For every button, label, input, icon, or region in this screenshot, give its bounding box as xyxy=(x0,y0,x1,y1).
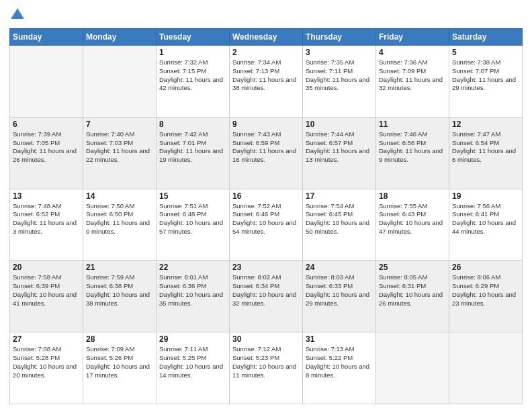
calendar-cell: 11Sunrise: 7:46 AM Sunset: 6:56 PM Dayli… xyxy=(376,117,449,189)
day-info: Sunrise: 8:02 AM Sunset: 6:34 PM Dayligh… xyxy=(232,273,300,308)
day-header-tuesday: Tuesday xyxy=(157,29,230,46)
calendar-cell: 27Sunrise: 7:08 AM Sunset: 5:28 PM Dayli… xyxy=(10,332,83,404)
calendar-cell: 17Sunrise: 7:54 AM Sunset: 6:45 PM Dayli… xyxy=(303,189,376,261)
day-info: Sunrise: 7:52 AM Sunset: 6:46 PM Dayligh… xyxy=(232,202,300,236)
day-header-friday: Friday xyxy=(376,29,449,46)
day-info: Sunrise: 7:34 AM Sunset: 7:13 PM Dayligh… xyxy=(232,58,300,93)
calendar-cell: 9Sunrise: 7:43 AM Sunset: 6:59 PM Daylig… xyxy=(230,117,303,189)
calendar-cell: 22Sunrise: 8:01 AM Sunset: 6:36 PM Dayli… xyxy=(157,261,230,332)
day-info: Sunrise: 7:54 AM Sunset: 6:45 PM Dayligh… xyxy=(306,202,373,236)
day-number: 17 xyxy=(306,191,373,201)
day-number: 18 xyxy=(379,191,446,201)
calendar-cell: 10Sunrise: 7:44 AM Sunset: 6:57 PM Dayli… xyxy=(303,117,376,189)
calendar-cell: 13Sunrise: 7:48 AM Sunset: 6:52 PM Dayli… xyxy=(10,189,83,261)
day-info: Sunrise: 7:51 AM Sunset: 6:48 PM Dayligh… xyxy=(159,202,226,236)
day-number: 23 xyxy=(232,263,300,272)
day-info: Sunrise: 8:01 AM Sunset: 6:36 PM Dayligh… xyxy=(159,273,226,308)
day-number: 12 xyxy=(452,120,519,129)
day-number: 31 xyxy=(306,334,373,344)
calendar-cell: 14Sunrise: 7:50 AM Sunset: 6:50 PM Dayli… xyxy=(83,189,157,261)
day-number: 27 xyxy=(13,334,80,344)
day-number: 9 xyxy=(232,120,300,129)
page: SundayMondayTuesdayWednesdayThursdayFrid… xyxy=(0,0,532,411)
day-header-sunday: Sunday xyxy=(10,29,83,46)
day-info: Sunrise: 7:36 AM Sunset: 7:09 PM Dayligh… xyxy=(379,58,446,93)
calendar-header-row: SundayMondayTuesdayWednesdayThursdayFrid… xyxy=(10,29,523,46)
day-number: 19 xyxy=(452,191,519,201)
day-info: Sunrise: 7:40 AM Sunset: 7:03 PM Dayligh… xyxy=(86,130,153,165)
day-number: 22 xyxy=(159,263,226,272)
calendar-cell: 20Sunrise: 7:58 AM Sunset: 6:39 PM Dayli… xyxy=(10,261,83,332)
calendar-cell xyxy=(376,332,449,404)
calendar-cell: 15Sunrise: 7:51 AM Sunset: 6:48 PM Dayli… xyxy=(157,189,230,261)
calendar-cell: 8Sunrise: 7:42 AM Sunset: 7:01 PM Daylig… xyxy=(157,117,230,189)
calendar-cell: 16Sunrise: 7:52 AM Sunset: 6:46 PM Dayli… xyxy=(230,189,303,261)
day-info: Sunrise: 8:06 AM Sunset: 6:29 PM Dayligh… xyxy=(452,273,519,308)
day-number: 20 xyxy=(13,263,80,272)
calendar-cell xyxy=(83,46,157,118)
calendar-cell: 29Sunrise: 7:11 AM Sunset: 5:25 PM Dayli… xyxy=(157,332,230,404)
calendar-week-2: 13Sunrise: 7:48 AM Sunset: 6:52 PM Dayli… xyxy=(10,189,523,261)
logo xyxy=(9,7,28,23)
calendar-cell: 21Sunrise: 7:59 AM Sunset: 6:38 PM Dayli… xyxy=(83,261,157,332)
day-number: 2 xyxy=(232,48,300,57)
day-number: 25 xyxy=(379,263,446,272)
calendar-cell: 28Sunrise: 7:09 AM Sunset: 5:26 PM Dayli… xyxy=(83,332,157,404)
day-number: 7 xyxy=(86,120,153,129)
calendar-cell: 26Sunrise: 8:06 AM Sunset: 6:29 PM Dayli… xyxy=(449,261,523,332)
day-info: Sunrise: 7:47 AM Sunset: 6:54 PM Dayligh… xyxy=(452,130,519,165)
day-header-wednesday: Wednesday xyxy=(230,29,303,46)
day-info: Sunrise: 7:09 AM Sunset: 5:26 PM Dayligh… xyxy=(86,345,153,379)
day-info: Sunrise: 7:42 AM Sunset: 7:01 PM Dayligh… xyxy=(159,130,226,165)
day-info: Sunrise: 7:38 AM Sunset: 7:07 PM Dayligh… xyxy=(452,58,519,93)
day-info: Sunrise: 8:05 AM Sunset: 6:31 PM Dayligh… xyxy=(379,273,446,308)
calendar-cell: 18Sunrise: 7:55 AM Sunset: 6:43 PM Dayli… xyxy=(376,189,449,261)
day-header-monday: Monday xyxy=(83,29,157,46)
day-number: 16 xyxy=(232,191,300,201)
day-info: Sunrise: 7:48 AM Sunset: 6:52 PM Dayligh… xyxy=(13,202,80,236)
day-info: Sunrise: 7:56 AM Sunset: 6:41 PM Dayligh… xyxy=(452,202,519,236)
calendar-week-4: 27Sunrise: 7:08 AM Sunset: 5:28 PM Dayli… xyxy=(10,332,523,404)
day-info: Sunrise: 7:13 AM Sunset: 5:22 PM Dayligh… xyxy=(306,345,373,379)
day-info: Sunrise: 7:46 AM Sunset: 6:56 PM Dayligh… xyxy=(379,130,446,165)
day-info: Sunrise: 7:39 AM Sunset: 7:05 PM Dayligh… xyxy=(13,130,80,165)
calendar-cell: 12Sunrise: 7:47 AM Sunset: 6:54 PM Dayli… xyxy=(449,117,523,189)
calendar-cell: 19Sunrise: 7:56 AM Sunset: 6:41 PM Dayli… xyxy=(449,189,523,261)
day-number: 10 xyxy=(306,120,373,129)
calendar-cell: 31Sunrise: 7:13 AM Sunset: 5:22 PM Dayli… xyxy=(303,332,376,404)
day-number: 1 xyxy=(159,48,226,57)
day-info: Sunrise: 7:50 AM Sunset: 6:50 PM Dayligh… xyxy=(86,202,153,236)
calendar-cell xyxy=(449,332,523,404)
day-header-thursday: Thursday xyxy=(303,29,376,46)
day-number: 13 xyxy=(13,191,80,201)
calendar-week-3: 20Sunrise: 7:58 AM Sunset: 6:39 PM Dayli… xyxy=(10,261,523,332)
day-info: Sunrise: 7:55 AM Sunset: 6:43 PM Dayligh… xyxy=(379,202,446,236)
day-number: 28 xyxy=(86,334,153,344)
day-number: 11 xyxy=(379,120,446,129)
day-info: Sunrise: 7:32 AM Sunset: 7:15 PM Dayligh… xyxy=(159,58,226,93)
day-info: Sunrise: 7:43 AM Sunset: 6:59 PM Dayligh… xyxy=(232,130,300,165)
logo-icon xyxy=(9,7,26,23)
day-number: 29 xyxy=(159,334,226,344)
day-number: 4 xyxy=(379,48,446,57)
calendar-cell: 7Sunrise: 7:40 AM Sunset: 7:03 PM Daylig… xyxy=(83,117,157,189)
calendar-cell xyxy=(10,46,83,118)
day-number: 30 xyxy=(232,334,300,344)
day-number: 5 xyxy=(452,48,519,57)
day-number: 8 xyxy=(159,120,226,129)
day-info: Sunrise: 7:58 AM Sunset: 6:39 PM Dayligh… xyxy=(13,273,80,308)
day-number: 21 xyxy=(86,263,153,272)
day-header-saturday: Saturday xyxy=(449,29,523,46)
day-info: Sunrise: 7:35 AM Sunset: 7:11 PM Dayligh… xyxy=(306,58,373,93)
day-number: 15 xyxy=(159,191,226,201)
day-number: 3 xyxy=(306,48,373,57)
calendar-cell: 5Sunrise: 7:38 AM Sunset: 7:07 PM Daylig… xyxy=(449,46,523,118)
day-number: 26 xyxy=(452,263,519,272)
calendar-cell: 30Sunrise: 7:12 AM Sunset: 5:23 PM Dayli… xyxy=(230,332,303,404)
calendar-cell: 4Sunrise: 7:36 AM Sunset: 7:09 PM Daylig… xyxy=(376,46,449,118)
calendar-cell: 2Sunrise: 7:34 AM Sunset: 7:13 PM Daylig… xyxy=(230,46,303,118)
day-number: 6 xyxy=(13,120,80,129)
calendar-cell: 23Sunrise: 8:02 AM Sunset: 6:34 PM Dayli… xyxy=(230,261,303,332)
day-info: Sunrise: 8:03 AM Sunset: 6:33 PM Dayligh… xyxy=(306,273,373,308)
header xyxy=(9,7,523,23)
